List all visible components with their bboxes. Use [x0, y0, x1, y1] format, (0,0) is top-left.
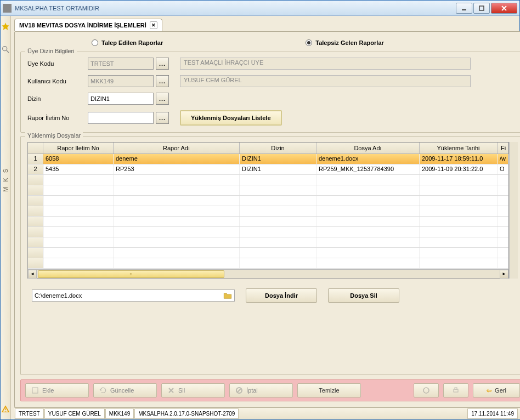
radio-talep-edilen[interactable]: Talep Edilen Raporlar [92, 39, 163, 46]
folder-icon[interactable] [223, 292, 232, 299]
titlebar[interactable]: MKSALPHA TEST ORTAMIDIR [1, 1, 519, 16]
cell-c1 [43, 196, 114, 206]
col-rownum[interactable] [28, 143, 43, 154]
svg-rect-14 [454, 389, 458, 392]
table-row[interactable] [28, 196, 508, 206]
cell-c5 [420, 175, 498, 185]
iptal-button[interactable]: İptal [229, 383, 293, 398]
back-arrow-icon: ⇦ [487, 387, 491, 394]
rapor-label: Rapor İletim No [27, 115, 88, 121]
cell-c4: deneme1.docx [316, 154, 420, 164]
cell-c3 [240, 196, 316, 206]
kullanici-input[interactable] [88, 75, 154, 87]
kullanici-lookup[interactable]: ... [156, 75, 169, 87]
search-icon[interactable] [1, 44, 10, 54]
cell-c2 [114, 248, 240, 258]
col-fi[interactable]: Fi [498, 143, 508, 154]
table-row[interactable]: 16058denemeDIZIN1deneme1.docx2009-11-17 … [28, 154, 508, 164]
help-button[interactable] [414, 383, 439, 398]
cell-c3 [240, 185, 316, 195]
cell-rownum: 2 [28, 164, 43, 174]
cell-c1 [43, 185, 114, 195]
guncelle-button[interactable]: Güncelle [93, 383, 157, 398]
cell-c4 [316, 206, 420, 216]
uye-kodu-lookup[interactable]: ... [156, 58, 169, 70]
kullanici-label: Kullanıcı Kodu [27, 78, 88, 84]
col-rapor-adi[interactable]: Rapor Adı [114, 143, 240, 154]
table-row[interactable] [28, 217, 508, 227]
table-row[interactable] [28, 206, 508, 217]
add-icon [31, 387, 39, 394]
cell-c1 [43, 227, 114, 237]
horizontal-scrollbar[interactable]: ◄ ≡ ► [28, 269, 508, 278]
scroll-right-icon[interactable]: ► [500, 270, 508, 279]
cell-c3 [240, 217, 316, 226]
dizin-lookup[interactable]: ... [156, 93, 169, 105]
vertical-scrollbar[interactable] [509, 142, 518, 279]
tab-mv18[interactable]: MV18 MEVITAS DOSYA İNDİRME İŞLEMLERİ ✕ [14, 19, 162, 31]
cell-c2 [114, 237, 240, 247]
table-row[interactable] [28, 185, 508, 196]
cell-c1 [43, 175, 114, 185]
table-row[interactable]: 25435RP253DIZIN1RP259_MKK_12537784390200… [28, 164, 508, 175]
svg-point-4 [3, 47, 7, 51]
temizle-button[interactable]: Temizle [297, 383, 361, 398]
tab-close-icon[interactable]: ✕ [150, 21, 157, 29]
col-dosya-adi[interactable]: Dosya Adı [316, 143, 420, 154]
col-dizin[interactable]: Dizin [240, 143, 316, 154]
table-row[interactable] [28, 227, 508, 237]
list-files-button[interactable]: Yüklenmiş Dosyaları Listele [180, 110, 282, 126]
lock-icon [518, 408, 520, 419]
cell-c2: RP253 [114, 164, 240, 174]
cell-c3 [240, 227, 316, 237]
cell-rownum [28, 175, 43, 185]
cell-c1 [43, 248, 114, 258]
rapor-input[interactable] [88, 112, 154, 124]
cell-rownum [28, 185, 43, 195]
geri-button[interactable]: ⇦ Geri [473, 383, 520, 398]
print-icon [452, 387, 460, 394]
cell-c3 [240, 248, 316, 258]
kullanici-desc: YUSUF CEM GÜREL [180, 75, 471, 87]
scroll-left-icon[interactable]: ◄ [28, 270, 37, 279]
cell-c4 [316, 237, 420, 247]
col-yuklenme[interactable]: Yüklenme Tarihi [420, 143, 498, 154]
table-row[interactable] [28, 237, 508, 248]
app-icon [3, 4, 12, 13]
svg-rect-1 [479, 6, 484, 10]
file-path-box[interactable]: C:\deneme1.docx [32, 290, 235, 302]
dizin-input[interactable] [88, 93, 154, 105]
cell-c6: /w [498, 154, 508, 164]
print-button[interactable] [443, 383, 468, 398]
table-row[interactable] [28, 175, 508, 185]
rapor-lookup[interactable]: ... [156, 112, 169, 124]
svg-rect-6 [5, 408, 5, 410]
cell-c5: 2009-11-09 20:31:22.0 [420, 164, 498, 174]
svg-rect-7 [5, 411, 5, 411]
radio-talepsiz[interactable]: Talepsiz Gelen Raporlar [306, 39, 384, 46]
warning-icon[interactable] [1, 404, 10, 414]
cell-c1: 5435 [43, 164, 114, 174]
sil-button[interactable]: Sil [161, 383, 225, 398]
col-rapor-iletim[interactable]: Rapor Iletim No [43, 143, 114, 154]
uye-kodu-input[interactable] [88, 58, 154, 70]
delete-file-button[interactable]: Dosya Sil [328, 288, 399, 303]
cell-c3 [240, 175, 316, 185]
close-button[interactable] [491, 3, 517, 14]
ekle-button[interactable]: Ekle [25, 383, 89, 398]
cell-c1 [43, 217, 114, 226]
cell-c6 [498, 248, 508, 258]
maximize-button[interactable] [473, 3, 490, 14]
scroll-thumb[interactable]: ≡ [38, 270, 224, 278]
favorite-icon[interactable] [1, 21, 10, 31]
cell-rownum [28, 248, 43, 258]
cell-c2 [114, 258, 240, 268]
cell-c2 [114, 196, 240, 206]
cell-c6 [498, 206, 508, 216]
minimize-button[interactable] [456, 3, 472, 14]
download-button[interactable]: Dosya İndir [246, 288, 317, 303]
svg-line-12 [238, 389, 241, 392]
table-row[interactable] [28, 248, 508, 258]
table-row[interactable] [28, 258, 508, 269]
cell-c5 [420, 237, 498, 247]
